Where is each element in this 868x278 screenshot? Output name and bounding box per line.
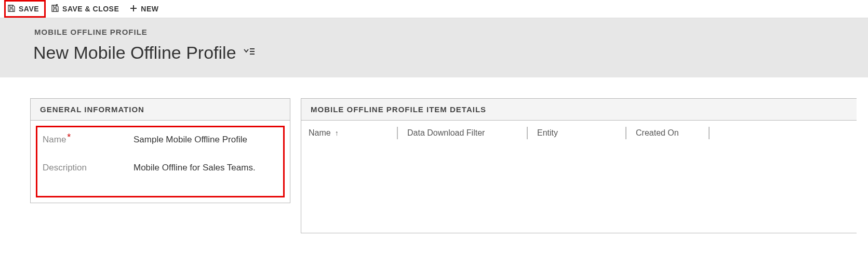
page-title: New Mobile Offline Profile (33, 43, 236, 63)
save-button[interactable]: SAVE (4, 0, 46, 18)
column-header-created[interactable]: Created On (636, 128, 709, 138)
sort-ascending-icon: ↑ (335, 129, 339, 137)
description-field-row: Description Mobile Offline for Sales Tea… (43, 163, 278, 173)
description-input[interactable]: Mobile Offline for Sales Teams. (133, 163, 278, 173)
column-separator (625, 127, 626, 139)
name-label: Name* (43, 135, 133, 145)
required-indicator: * (67, 135, 71, 140)
new-label: NEW (141, 5, 158, 13)
entity-name-label: MOBILE OFFLINE PROFILE (34, 28, 868, 36)
new-button[interactable]: NEW (124, 2, 164, 17)
name-field-row: Name* Sample Mobile Offline Profile (43, 135, 278, 145)
page-header: MOBILE OFFLINE PROFILE New Mobile Offlin… (0, 18, 868, 77)
details-panel-title: MOBILE OFFLINE PROFILE ITEM DETAILS (301, 99, 857, 121)
form-selector-icon[interactable] (244, 47, 255, 59)
save-close-label: SAVE & CLOSE (62, 5, 119, 13)
name-input[interactable]: Sample Mobile Offline Profile (133, 135, 278, 145)
item-details-panel: MOBILE OFFLINE PROFILE ITEM DETAILS Name… (301, 98, 857, 233)
grid-header: Name ↑ Data Download Filter Entity Creat… (301, 121, 857, 145)
column-separator (397, 127, 398, 139)
description-label: Description (43, 163, 133, 173)
plus-icon (129, 4, 138, 14)
save-label: SAVE (19, 5, 39, 13)
column-separator (527, 127, 528, 139)
general-information-panel: GENERAL INFORMATION Name* Sample Mobile … (30, 98, 290, 203)
general-fields-highlight: Name* Sample Mobile Offline Profile Desc… (36, 126, 285, 197)
command-bar: SAVE SAVE & CLOSE NEW (0, 0, 868, 18)
column-header-name[interactable]: Name ↑ (309, 128, 397, 138)
form-body: GENERAL INFORMATION Name* Sample Mobile … (19, 77, 868, 254)
save-close-button[interactable]: SAVE & CLOSE (46, 2, 124, 17)
column-separator (709, 127, 710, 139)
column-header-filter[interactable]: Data Download Filter (407, 128, 527, 138)
column-header-entity[interactable]: Entity (537, 128, 625, 138)
save-icon (7, 4, 16, 14)
save-close-icon (51, 4, 59, 14)
general-panel-title: GENERAL INFORMATION (31, 99, 290, 121)
